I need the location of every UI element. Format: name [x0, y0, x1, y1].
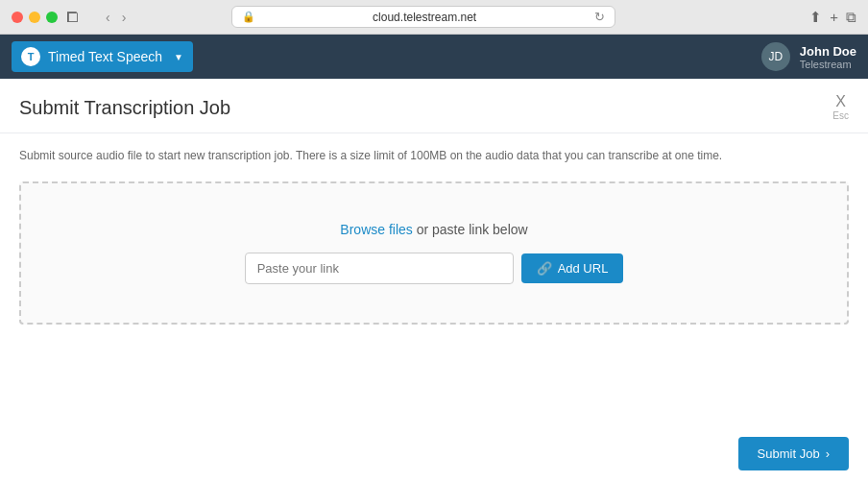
drop-zone-text: Browse files or paste link below: [340, 222, 527, 237]
page-body: Submit source audio file to start new tr…: [0, 133, 868, 340]
browser-actions: ⬆ + ⧉: [809, 9, 856, 26]
close-traffic-light[interactable]: [12, 12, 23, 23]
link-icon: 🔗: [537, 261, 552, 276]
add-url-label: Add URL: [558, 261, 609, 276]
user-name: John Doe: [800, 44, 856, 59]
share-button[interactable]: ⬆: [809, 9, 822, 26]
app-header: T Timed Text Speech ▼ JD John Doe Telest…: [0, 35, 868, 79]
user-area: JD John Doe Telestream: [761, 42, 856, 71]
close-x-icon: X: [835, 94, 846, 109]
copy-button[interactable]: ⧉: [846, 9, 856, 26]
user-org: Telestream: [800, 59, 856, 70]
dropdown-arrow-icon: ▼: [174, 52, 183, 62]
main-content: Submit Transcription Job X Esc Submit so…: [0, 79, 868, 482]
url-row: 🔗 Add URL: [245, 253, 624, 284]
url-input[interactable]: [245, 253, 514, 284]
maximize-traffic-light[interactable]: [46, 12, 58, 23]
app-title-label: Timed Text Speech: [48, 49, 162, 64]
page-title: Submit Transcription Job: [19, 97, 230, 119]
logo-letter: T: [28, 51, 35, 62]
user-avatar: JD: [761, 42, 790, 71]
submit-job-button[interactable]: Submit Job ›: [738, 437, 849, 470]
browser-chrome: ⧠ ‹ › 🔒 ↻ ⬆ + ⧉: [0, 0, 868, 35]
traffic-lights: [12, 12, 58, 23]
submit-arrow-icon: ›: [826, 446, 830, 461]
description-text: Submit source audio file to start new tr…: [19, 149, 849, 162]
minimize-traffic-light[interactable]: [29, 12, 40, 23]
submit-btn-label: Submit Job: [758, 446, 820, 461]
window-toggle-button[interactable]: ⧠: [65, 10, 79, 25]
address-bar[interactable]: [261, 11, 589, 24]
close-esc-label: Esc: [832, 110, 849, 121]
forward-button[interactable]: ›: [118, 8, 131, 27]
app-logo-icon: T: [21, 47, 40, 66]
app-logo-area[interactable]: T Timed Text Speech ▼: [12, 41, 193, 72]
new-tab-button[interactable]: +: [830, 9, 838, 26]
page-header: Submit Transcription Job X Esc: [0, 79, 868, 133]
user-info: John Doe Telestream: [800, 44, 856, 70]
avatar-initials: JD: [768, 50, 783, 63]
page-footer: Submit Job ›: [719, 425, 868, 482]
close-button[interactable]: X Esc: [832, 94, 849, 121]
browser-nav: ‹ ›: [102, 8, 130, 27]
drop-zone[interactable]: Browse files or paste link below 🔗 Add U…: [19, 181, 849, 325]
browse-files-link[interactable]: Browse files: [340, 222, 412, 237]
reload-button[interactable]: ↻: [594, 10, 605, 24]
add-url-button[interactable]: 🔗 Add URL: [521, 253, 624, 283]
lock-icon: 🔒: [242, 11, 255, 23]
back-button[interactable]: ‹: [102, 8, 114, 27]
address-bar-container: 🔒 ↻: [231, 6, 615, 28]
or-text: or paste link below: [413, 222, 528, 237]
